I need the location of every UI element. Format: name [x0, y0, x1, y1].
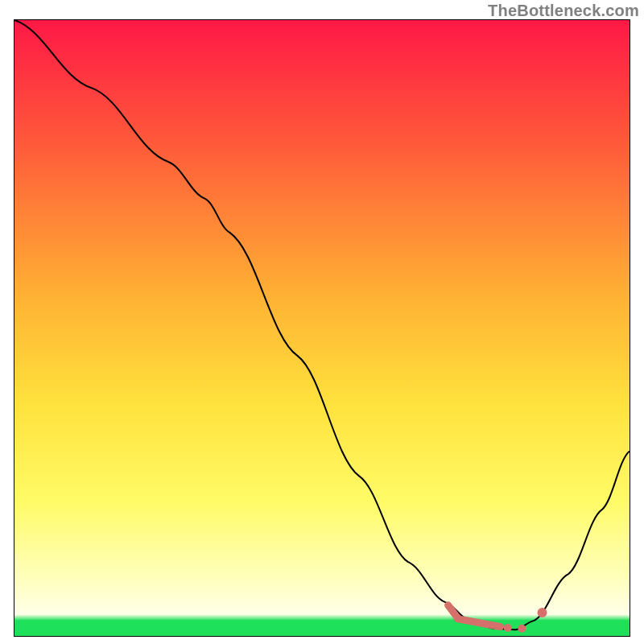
curve-layer — [14, 20, 630, 636]
highlight-dot — [504, 624, 512, 632]
highlight-dot — [518, 625, 526, 633]
highlight-dot — [538, 608, 547, 617]
highlight-segment — [457, 619, 500, 627]
highlight-markers — [448, 605, 547, 633]
chart-root: { "watermark": "TheBottleneck.com", "plo… — [0, 0, 644, 644]
plot-area — [14, 19, 630, 637]
bottleneck-curve — [14, 20, 630, 630]
watermark-text: TheBottleneck.com — [488, 2, 639, 20]
